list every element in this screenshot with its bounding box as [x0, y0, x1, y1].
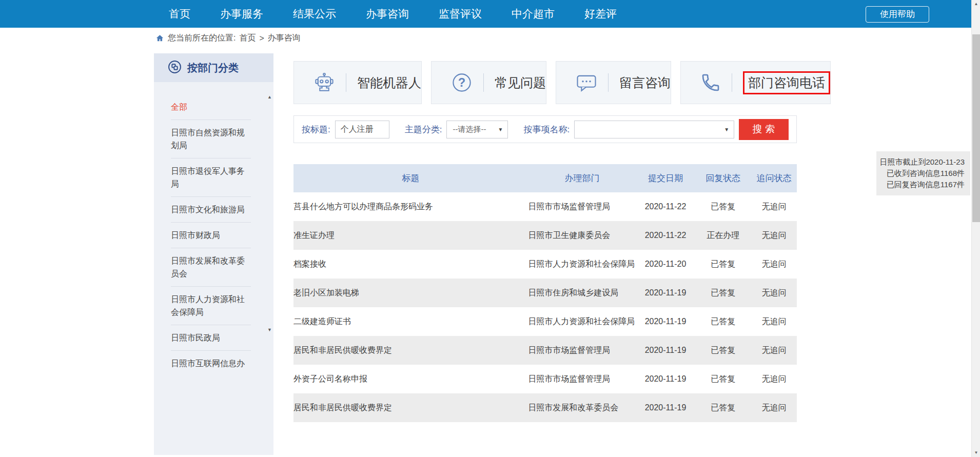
sidebar-item-civil-affairs[interactable]: 日照市民政局 — [171, 325, 251, 351]
col-header-followup-status: 追问状态 — [752, 164, 797, 192]
channel-tabs: 智能机器人 ? 常见问题 — [293, 61, 797, 104]
topic-category-value: --请选择-- — [453, 125, 486, 134]
tab-department-phone[interactable]: 部门咨询电话 — [680, 61, 831, 104]
breadcrumb-prefix: 您当前所在的位置: — [168, 33, 236, 44]
sidebar-item-natural-resources[interactable]: 日照市自然资源和规划局 — [171, 120, 251, 158]
stats-line-3: 已回复咨询信息1167件 — [878, 179, 965, 190]
col-header-date: 提交日期 — [636, 164, 695, 192]
nav-item-consult[interactable]: 办事咨询 — [351, 0, 424, 28]
cell-title[interactable]: 老旧小区加装电梯 — [293, 279, 528, 307]
tab-faq[interactable]: ? 常见问题 — [431, 61, 546, 104]
cell-title[interactable]: 居民和非居民供暖收费界定 — [293, 336, 528, 365]
scrollbar-thumb[interactable] — [972, 34, 980, 222]
nav-item-home[interactable]: 首页 — [154, 0, 205, 28]
sidebar-item-human-resources[interactable]: 日照市人力资源和社会保障局 — [171, 287, 251, 325]
search-bar: 按标题: 主题分类: --请选择-- ▼ 按事项名称: ▼ 搜 索 — [293, 115, 797, 143]
tab-divider — [483, 73, 484, 92]
home-icon — [155, 34, 164, 43]
title-search-input[interactable] — [335, 121, 389, 138]
cell-title[interactable]: 莒县什么地方可以办理商品条形码业务 — [293, 192, 528, 221]
cell-date: 2020-11-22 — [636, 192, 695, 221]
table-row[interactable]: 莒县什么地方可以办理商品条形码业务 日照市市场监督管理局 2020-11-22 … — [293, 192, 797, 221]
cell-department: 日照市市场监督管理局 — [528, 336, 636, 365]
sidebar-scroll-up-icon[interactable]: ▲ — [267, 94, 272, 100]
sidebar-item-all[interactable]: 全部 — [171, 94, 251, 120]
topic-category-select[interactable]: --请选择-- ▼ — [446, 121, 508, 138]
table-header-row: 标题 办理部门 提交日期 回复状态 追问状态 — [293, 164, 797, 192]
robot-icon — [313, 72, 335, 93]
cell-date: 2020-11-19 — [636, 279, 695, 307]
cell-reply-status: 已答复 — [695, 307, 752, 336]
cell-reply-status: 已答复 — [695, 279, 752, 307]
table-row[interactable]: 老旧小区加装电梯 日照市住房和城乡建设局 2020-11-19 已答复 无追问 — [293, 279, 797, 307]
tab-label-highlighted: 部门咨询电话 — [743, 71, 830, 94]
cell-date: 2020-11-19 — [636, 393, 695, 422]
item-name-label: 按事项名称: — [523, 124, 570, 135]
cell-date: 2020-11-20 — [636, 250, 695, 279]
breadcrumb-separator: > — [259, 34, 264, 43]
vertical-scrollbar[interactable]: ▲ ▼ — [971, 0, 980, 457]
nav-item-supervision[interactable]: 监督评议 — [424, 0, 497, 28]
table-row[interactable]: 居民和非居民供暖收费界定 日照市发展和改革委员会 2020-11-19 已答复 … — [293, 393, 797, 422]
tab-message-consult[interactable]: 留言咨询 — [556, 61, 671, 104]
sidebar-item-culture-tourism[interactable]: 日照市文化和旅游局 — [171, 197, 251, 223]
consultation-stats-box: 日照市截止到2020-11-23 已收到咨询信息1168件 已回复咨询信息116… — [876, 151, 970, 195]
cell-followup-status: 无追问 — [752, 336, 797, 365]
cell-title[interactable]: 外资子公司名称申报 — [293, 365, 528, 393]
cell-date: 2020-11-22 — [636, 221, 695, 250]
cell-title[interactable]: 居民和非居民供暖收费界定 — [293, 393, 528, 422]
help-button[interactable]: 使用帮助 — [866, 6, 929, 23]
nav-item-intermediary[interactable]: 中介超市 — [497, 0, 570, 28]
scroll-down-icon[interactable]: ▼ — [972, 449, 980, 457]
nav-item-results[interactable]: 结果公示 — [278, 0, 351, 28]
cell-followup-status: 无追问 — [752, 279, 797, 307]
cell-department: 日照市人力资源和社会保障局 — [528, 307, 636, 336]
sidebar-item-finance[interactable]: 日照市财政局 — [171, 223, 251, 248]
cell-reply-status: 已答复 — [695, 365, 752, 393]
col-header-department: 办理部门 — [528, 164, 636, 192]
cell-reply-status: 已答复 — [695, 393, 752, 422]
cell-department: 日照市市场监督管理局 — [528, 192, 636, 221]
topic-category-label: 主题分类: — [405, 124, 442, 135]
sidebar-item-veterans[interactable]: 日照市退役军人事务局 — [171, 158, 251, 197]
nav-item-services[interactable]: 办事服务 — [205, 0, 278, 28]
cell-followup-status: 无追问 — [752, 365, 797, 393]
item-name-select[interactable]: ▼ — [574, 121, 734, 138]
top-nav: 首页 办事服务 结果公示 办事咨询 监督评议 中介超市 好差评 使用帮助 — [0, 0, 971, 28]
cell-department: 日照市住房和城乡建设局 — [528, 279, 636, 307]
cell-title[interactable]: 档案接收 — [293, 250, 528, 279]
page: 首页 办事服务 结果公示 办事咨询 监督评议 中介超市 好差评 使用帮助 您当前… — [0, 0, 980, 457]
cell-followup-status: 无追问 — [752, 307, 797, 336]
breadcrumb-home-link[interactable]: 首页 — [239, 33, 256, 44]
table-row[interactable]: 外资子公司名称申报 日照市市场监督管理局 2020-11-19 已答复 无追问 — [293, 365, 797, 393]
table-row[interactable]: 准生证办理 日照市卫生健康委员会 2020-11-22 正在办理 无追问 — [293, 221, 797, 250]
col-header-reply-status: 回复状态 — [695, 164, 752, 192]
scroll-up-icon[interactable]: ▲ — [972, 0, 980, 8]
chevron-down-icon: ▼ — [498, 127, 503, 132]
cell-date: 2020-11-19 — [636, 307, 695, 336]
cell-followup-status: 无追问 — [752, 393, 797, 422]
cell-department: 日照市人力资源和社会保障局 — [528, 250, 636, 279]
question-icon: ? — [451, 72, 473, 93]
tab-smart-robot[interactable]: 智能机器人 — [293, 61, 422, 104]
table-row[interactable]: 二级建造师证书 日照市人力资源和社会保障局 2020-11-19 已答复 无追问 — [293, 307, 797, 336]
tab-label: 智能机器人 — [357, 74, 421, 91]
cell-department: 日照市发展和改革委员会 — [528, 393, 636, 422]
consultation-table: 标题 办理部门 提交日期 回复状态 追问状态 莒县什么地方可以办理商品条形码业务… — [293, 164, 797, 422]
sidebar-item-internet-info[interactable]: 日照市互联网信息办 — [171, 351, 251, 376]
sidebar-item-development-reform[interactable]: 日照市发展和改革委员会 — [171, 248, 251, 287]
sidebar-scroll-down-icon[interactable]: ▼ — [267, 327, 272, 332]
sidebar-title: 按部门分类 — [187, 61, 239, 75]
search-button[interactable]: 搜 索 — [739, 119, 789, 140]
category-icon — [168, 60, 182, 76]
table-row[interactable]: 居民和非居民供暖收费界定 日照市市场监督管理局 2020-11-19 已答复 无… — [293, 336, 797, 365]
tab-label: 留言咨询 — [619, 74, 671, 91]
tab-divider — [608, 73, 609, 92]
cell-reply-status: 已答复 — [695, 250, 752, 279]
table-row[interactable]: 档案接收 日照市人力资源和社会保障局 2020-11-20 已答复 无追问 — [293, 250, 797, 279]
cell-title[interactable]: 准生证办理 — [293, 221, 528, 250]
nav-item-rating[interactable]: 好差评 — [570, 0, 632, 28]
cell-title[interactable]: 二级建造师证书 — [293, 307, 528, 336]
cell-reply-status: 正在办理 — [695, 221, 752, 250]
cell-followup-status: 无追问 — [752, 221, 797, 250]
